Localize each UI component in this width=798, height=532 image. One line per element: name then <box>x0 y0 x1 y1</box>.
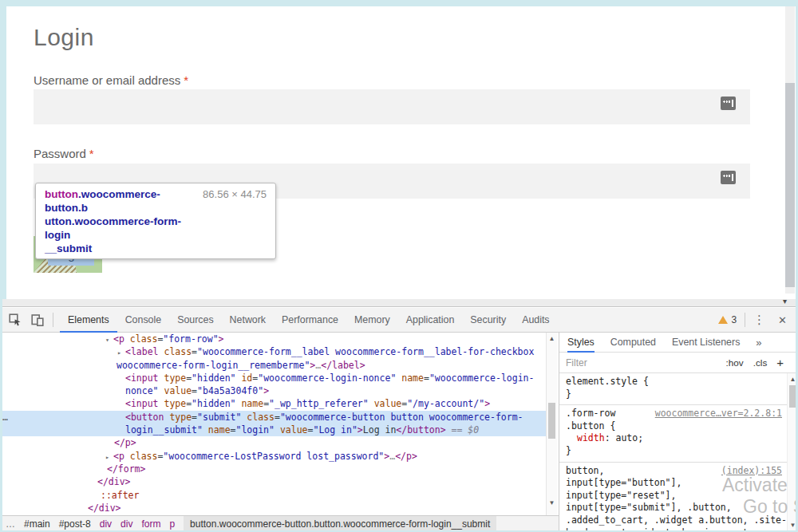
code-line[interactable]: .button { <box>563 420 784 433</box>
breadcrumb-item-form[interactable]: form <box>141 518 160 530</box>
code-token: "/my-account/" <box>407 398 484 409</box>
twisty-icon[interactable]: ▸ <box>117 346 125 359</box>
breadcrumb-item-div[interactable]: div <box>100 518 112 530</box>
styles-filter-row: :hov .cls + <box>559 353 798 373</box>
breadcrumb-item-selected[interactable]: button.woocommerce-button.button.woocomm… <box>184 516 496 532</box>
scroll-down-icon[interactable]: ▾ <box>783 297 787 305</box>
inspect-element-icon[interactable] <box>8 313 22 327</box>
breadcrumb-item-main[interactable]: #main <box>24 518 50 530</box>
styles-filter-input[interactable] <box>559 357 726 369</box>
devtools-menu-icon[interactable]: ⋮ <box>753 313 765 327</box>
elements-scrollbar[interactable]: ▲ ▼ <box>546 333 557 515</box>
warning-count[interactable]: 3 <box>731 314 737 325</box>
code-line[interactable]: woocommerce-form-login__rememberme">…</l… <box>0 359 546 372</box>
style-rule-buttons[interactable]: button,(index):155input[type="button"],i… <box>559 463 787 532</box>
tab-styles[interactable]: Styles <box>567 333 595 353</box>
new-style-rule-button[interactable]: + <box>776 356 784 369</box>
input-options-icon[interactable] <box>721 97 736 110</box>
code-token: input[type="reset"], <box>566 490 676 501</box>
code-line[interactable]: ▸<label class="woocommerce-form__label w… <box>0 345 546 358</box>
code-token: } <box>566 388 571 400</box>
code-line[interactable]: </p> <box>0 436 546 449</box>
code-line[interactable]: input[type="button"], <box>563 477 784 490</box>
toolbar-divider <box>745 313 745 327</box>
code-line[interactable]: </div> <box>0 502 546 514</box>
code-token: "b4a5a304f0" <box>197 385 263 396</box>
device-toolbar-icon[interactable] <box>30 313 45 327</box>
tab-memory[interactable]: Memory <box>346 308 398 333</box>
code-token: name <box>208 424 231 435</box>
tooltip-selector: button.woocommerce-button.b utton.woocom… <box>45 187 201 255</box>
tab-application[interactable]: Application <box>398 308 463 333</box>
code-token: input[type="submit"], .button, <box>566 502 732 513</box>
code-token: button, <box>566 465 604 476</box>
code-line[interactable]: } <box>563 445 784 458</box>
tab-console[interactable]: Console <box>117 308 169 333</box>
tab-performance[interactable]: Performance <box>274 308 346 333</box>
code-token: <button <box>125 412 169 423</box>
code-line[interactable]: ::after <box>0 489 546 502</box>
breadcrumb-item-p[interactable]: p <box>169 518 175 530</box>
toggle-class-button[interactable]: .cls <box>753 357 768 368</box>
code-line[interactable]: width: auto; <box>563 432 784 445</box>
breadcrumb-item-post8[interactable]: #post-8 <box>59 518 91 530</box>
tab-computed[interactable]: Computed <box>610 333 656 353</box>
required-asterisk: * <box>89 147 94 160</box>
close-devtools-icon[interactable]: ✕ <box>778 314 787 326</box>
breadcrumb-overflow[interactable]: … <box>6 518 15 530</box>
code-line[interactable]: input[type="submit"], .button, <box>563 502 784 514</box>
row-actions-icon[interactable]: … <box>2 411 8 424</box>
password-label: Password* <box>34 147 94 160</box>
more-tabs-icon[interactable]: » <box>756 337 761 349</box>
tab-network[interactable]: Network <box>222 308 274 333</box>
code-token: <label <box>125 346 164 357</box>
tab-event-listeners[interactable]: Event Listeners <box>672 333 740 353</box>
code-token: > <box>358 424 363 435</box>
code-line[interactable]: ▸<p class="woocommerce-LostPassword lost… <box>0 450 546 463</box>
elements-tree[interactable]: ▾<p class="form-row">▸<label class="wooc… <box>0 333 546 515</box>
code-token: name <box>241 398 263 409</box>
code-line[interactable]: …<button type="submit" class="woocommerc… <box>0 411 546 424</box>
code-line[interactable]: .added_to_cart, .widget a.button, .site- <box>563 514 784 527</box>
scroll-up-icon[interactable]: ▲ <box>547 335 557 342</box>
style-rule-element[interactable]: element.style {} <box>559 373 787 405</box>
code-line[interactable]: </form> <box>0 463 546 475</box>
username-input[interactable] <box>34 89 750 124</box>
code-token: = <box>192 385 197 396</box>
username-label: Username or email address* <box>34 73 188 87</box>
code-token: = <box>275 412 280 423</box>
code-line[interactable]: nonce" value="b4a5a304f0"> <box>0 384 546 397</box>
tab-sources[interactable]: Sources <box>169 308 221 333</box>
page-scrollbar-thumb[interactable] <box>785 83 795 287</box>
code-token: .button { <box>566 420 615 432</box>
code-line[interactable]: .form-rowwoocommerce…ver=2.2.8:1 <box>563 408 784 420</box>
input-options-icon[interactable] <box>721 171 736 184</box>
code-line[interactable]: } <box>563 388 784 401</box>
code-line[interactable]: element.style { <box>563 376 784 388</box>
elements-scrollbar-thumb[interactable] <box>548 403 555 439</box>
code-line[interactable]: <input type="hidden" name="_wp_http_refe… <box>0 397 546 410</box>
page-scrollbar[interactable] <box>785 6 795 294</box>
screenshot-root: Login Username or email address* Passwor… <box>0 0 798 532</box>
tab-audits[interactable]: Audits <box>514 308 557 333</box>
code-token: class <box>130 333 158 345</box>
stylesheet-link[interactable]: woocommerce…ver=2.2.8:1 <box>655 408 782 420</box>
code-line[interactable]: <input type="hidden" id="woocommerce-log… <box>0 372 546 384</box>
code-line[interactable]: ▾<p class="form-row"> <box>0 333 546 345</box>
twisty-icon[interactable]: ▸ <box>105 451 113 463</box>
code-token: value <box>164 385 192 396</box>
toggle-hover-button[interactable]: :hov <box>726 357 744 368</box>
scroll-down-icon[interactable]: ▼ <box>547 499 557 506</box>
twisty-icon[interactable]: ▾ <box>105 333 113 346</box>
breadcrumb-item-div[interactable]: div <box>120 518 132 530</box>
tab-security[interactable]: Security <box>462 308 514 333</box>
stylesheet-link[interactable]: (index):155 <box>721 465 782 478</box>
tab-elements[interactable]: Elements <box>60 308 117 333</box>
style-rule-form-row-button[interactable]: .form-rowwoocommerce…ver=2.2.8:1.button … <box>559 405 787 462</box>
code-line[interactable]: button,(index):155 <box>563 465 784 478</box>
code-token: nonce" <box>125 385 164 396</box>
warning-icon[interactable] <box>718 316 728 324</box>
code-line[interactable]: input[type="reset"], <box>563 490 784 502</box>
code-line[interactable]: </div> <box>0 475 546 488</box>
code-line[interactable]: login__submit" name="login" value="Log i… <box>0 424 546 436</box>
